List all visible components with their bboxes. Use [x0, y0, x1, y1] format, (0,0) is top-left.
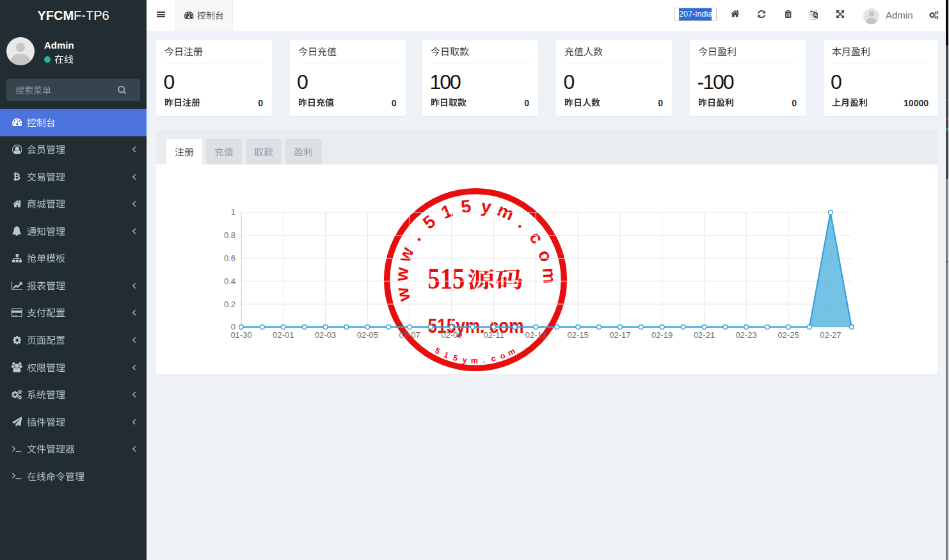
svg-text:01-30: 01-30 [230, 330, 251, 340]
svg-text:02-15: 02-15 [568, 330, 589, 340]
svg-text:02-01: 02-01 [273, 330, 294, 340]
svg-text:1: 1 [231, 207, 235, 217]
svg-text:02-19: 02-19 [651, 330, 673, 340]
svg-text:02-23: 02-23 [736, 330, 757, 340]
svg-text:02-07: 02-07 [399, 330, 420, 340]
svg-text:02-21: 02-21 [694, 330, 715, 340]
svg-text:02-25: 02-25 [778, 330, 799, 340]
svg-text:02-05: 02-05 [357, 330, 378, 340]
svg-text:0.6: 0.6 [224, 253, 235, 263]
svg-text:02-13: 02-13 [525, 330, 546, 340]
svg-text:02-27: 02-27 [820, 330, 841, 340]
svg-text:0.4: 0.4 [224, 276, 235, 286]
svg-text:0.8: 0.8 [224, 230, 235, 240]
svg-text:02-17: 02-17 [609, 330, 630, 340]
svg-text:02-03: 02-03 [315, 330, 336, 340]
svg-text:0.2: 0.2 [224, 300, 235, 309]
svg-text:02-09: 02-09 [441, 330, 462, 340]
svg-text:02-11: 02-11 [483, 330, 504, 340]
